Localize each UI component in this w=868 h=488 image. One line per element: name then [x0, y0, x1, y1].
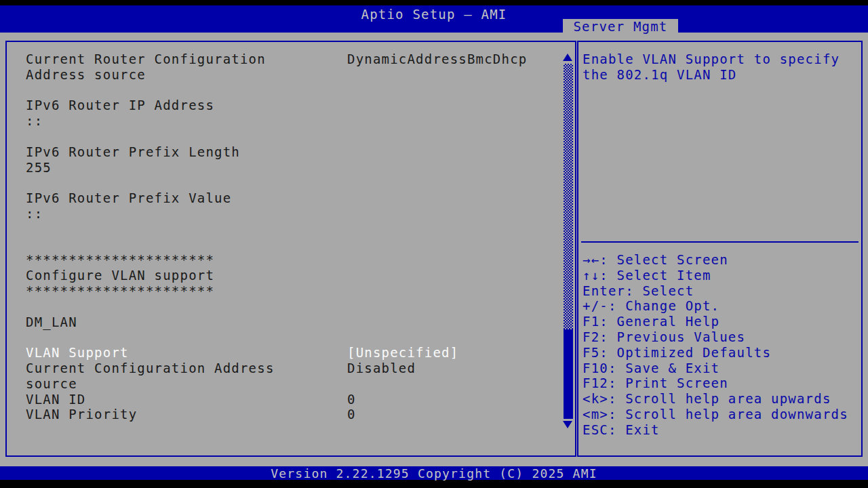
setup-row: Configure VLAN support — [7, 268, 575, 283]
legend-item: ESC: Exit — [583, 422, 861, 438]
setup-row — [7, 299, 575, 314]
legend-item: F12: Print Screen — [583, 375, 861, 391]
setup-row: VLAN Priority0 — [7, 407, 575, 422]
setup-row-label: source — [26, 376, 77, 391]
setup-row — [7, 329, 575, 345]
legend-item: Enter: Select — [583, 283, 861, 299]
scroll-up-icon[interactable] — [563, 54, 572, 61]
setup-row-value: DynamicAddressBmcDhcp — [347, 52, 527, 67]
legend-item: <k>: Scroll help area upwards — [583, 391, 861, 407]
setup-row: IPv6 Router IP Address — [7, 98, 575, 113]
setup-row-label: IPv6 Router Prefix Length — [26, 144, 240, 159]
setup-row-label: Address source — [26, 67, 146, 82]
setup-row: ********************** — [7, 252, 575, 268]
scrollbar-thumb[interactable] — [564, 329, 573, 419]
legend-item: +/-: Change Opt. — [583, 298, 861, 314]
legend-item: ↑↓: Select Item — [583, 268, 861, 283]
setup-row: 255 — [7, 160, 575, 176]
setup-row-label: VLAN Support — [26, 345, 129, 360]
legend-item: F10: Save & Exit — [583, 361, 861, 376]
help-line: the 802.1q VLAN ID — [583, 67, 861, 83]
setup-row: :: — [7, 206, 575, 222]
setup-row: Current Configuration AddressDisabled — [7, 361, 575, 376]
legend-item: F1: General Help — [583, 314, 861, 329]
title-bar: Aptio Setup – AMI — [0, 5, 868, 33]
scroll-down-icon[interactable] — [563, 421, 572, 428]
setup-row-value: Disabled — [347, 361, 416, 376]
version-text: Version 2.22.1295 Copyright (C) 2025 AMI — [0, 466, 868, 481]
setup-row-label: DM_LAN — [26, 314, 77, 329]
version-bar: Version 2.22.1295 Copyright (C) 2025 AMI — [0, 466, 868, 480]
setup-row: IPv6 Router Prefix Length — [7, 144, 575, 160]
setup-row-label: ********************** — [26, 252, 214, 267]
legend-item: <m>: Scroll help area downwards — [583, 407, 861, 422]
setup-row: VLAN ID0 — [7, 392, 575, 407]
setup-row-label: VLAN ID — [26, 392, 85, 407]
settings-rows: Current Router ConfigurationDynamicAddre… — [7, 42, 575, 422]
setup-row — [7, 83, 575, 98]
setup-row-label: VLAN Priority — [26, 407, 137, 422]
setup-row — [7, 237, 575, 253]
legend-item: F5: Optimized Defaults — [583, 345, 861, 361]
settings-panel: Current Router ConfigurationDynamicAddre… — [5, 41, 576, 457]
setup-row: Current Router ConfigurationDynamicAddre… — [7, 52, 575, 67]
setup-row: Address source — [7, 67, 575, 83]
setup-row — [7, 222, 575, 237]
help-divider — [581, 241, 859, 243]
setup-row: :: — [7, 113, 575, 129]
legend-item: F2: Previous Values — [583, 329, 861, 345]
key-legend: →←: Select Screen↑↓: Select ItemEnter: S… — [583, 252, 861, 438]
setup-row-label: 255 — [26, 160, 52, 175]
setup-row-label: Current Router Configuration — [26, 52, 266, 66]
tab-label: Server Mgmt — [573, 19, 667, 34]
setup-row-value: 0 — [347, 407, 356, 422]
page-title: Aptio Setup – AMI — [0, 7, 868, 22]
help-text: Enable VLAN Support to specifythe 802.1q… — [578, 42, 861, 83]
setup-row-value: [Unspecified] — [347, 345, 458, 361]
help-panel: Enable VLAN Support to specifythe 802.1q… — [577, 41, 863, 457]
legend-item: →←: Select Screen — [583, 252, 861, 268]
setup-row-label: Configure VLAN support — [26, 268, 214, 283]
help-line: Enable VLAN Support to specify — [583, 52, 861, 67]
setup-row: DM_LAN — [7, 314, 575, 330]
setup-row: ********************** — [7, 283, 575, 299]
setup-row-label: :: — [26, 113, 43, 128]
bios-setup-screen: Aptio Setup – AMI Server Mgmt Current Ro… — [0, 0, 868, 488]
setup-row-label: IPv6 Router IP Address — [26, 98, 214, 113]
setup-row-label: ********************** — [26, 283, 214, 298]
setup-row: source — [7, 376, 575, 392]
setup-row — [7, 129, 575, 144]
scrollbar-track[interactable] — [564, 64, 573, 329]
setup-row — [7, 175, 575, 190]
setup-option-row-selected[interactable]: VLAN Support[Unspecified] — [7, 345, 575, 361]
tab-server-mgmt[interactable]: Server Mgmt — [563, 19, 678, 34]
setup-row-label: Current Configuration Address — [26, 361, 275, 375]
setup-row: IPv6 Router Prefix Value — [7, 190, 575, 206]
setup-row-label: :: — [26, 206, 43, 221]
setup-row-value: 0 — [347, 392, 356, 407]
setup-row-label: IPv6 Router Prefix Value — [26, 190, 231, 205]
